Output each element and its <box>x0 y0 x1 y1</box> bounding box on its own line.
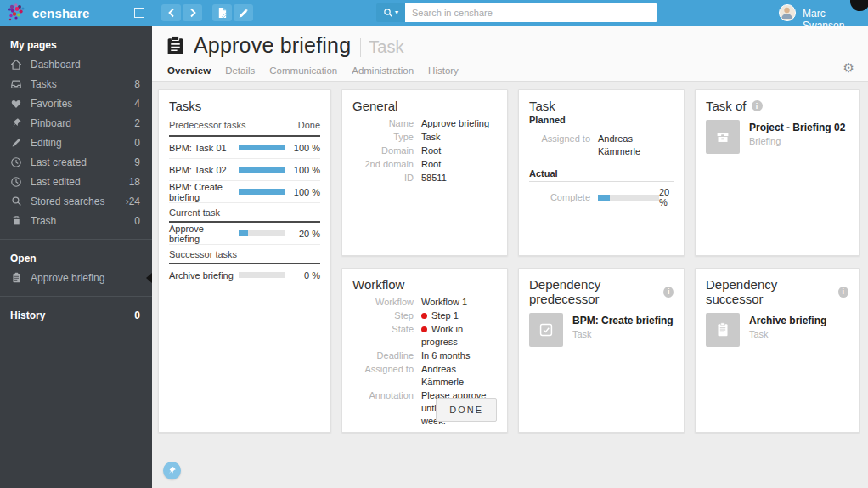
user-name[interactable]: Marc Swanson <box>803 8 868 31</box>
sidebar-item-trash[interactable]: Trash 0 <box>0 211 152 230</box>
user-avatar[interactable] <box>779 4 796 21</box>
sidebar-item-last-edited[interactable]: Last edited 18 <box>0 172 152 191</box>
gear-icon[interactable]: ⚙ <box>843 61 854 74</box>
assigned-row: Assigned to Andreas Kämmerle <box>519 133 684 158</box>
card-title: Task of <box>706 99 747 113</box>
field-label: Type <box>352 131 421 144</box>
search-input[interactable] <box>405 3 657 22</box>
clipboard-icon <box>713 321 732 339</box>
asset-title: Archive briefing <box>749 315 826 326</box>
back-button[interactable] <box>161 4 181 21</box>
sidebar-item-count: 2 <box>134 117 140 129</box>
field-row: ID58511 <box>342 172 507 184</box>
task-row[interactable]: Archive briefing 0 % <box>169 264 320 286</box>
field-label: Annotation <box>352 389 421 428</box>
tab-history[interactable]: History <box>428 65 459 76</box>
app-window: censhare ▾ Marc Swans <box>0 0 868 488</box>
asset-title: Project - Briefing 02 <box>749 122 845 133</box>
task-row-label: Archive briefing <box>169 270 239 281</box>
sidebar-item-stored-searches[interactable]: Stored searches › 24 <box>0 191 152 211</box>
edit-tool-button[interactable] <box>234 4 253 21</box>
tab-overview[interactable]: Overview <box>167 65 211 76</box>
field-label: 2nd domain <box>352 158 421 171</box>
sidebar-item-count: 4 <box>134 98 140 110</box>
status-dot-red <box>421 313 427 319</box>
progress-bar <box>598 195 659 201</box>
sidebar-item-count: 0 <box>134 137 140 149</box>
tasks-section-successor: Successor tasks <box>169 245 320 264</box>
sidebar-item-last-created[interactable]: Last created 9 <box>0 152 152 172</box>
done-button[interactable]: DONE <box>436 398 497 422</box>
field-label: Deadline <box>352 349 421 362</box>
sidebar-item-label: Dashboard <box>31 59 140 71</box>
pencil-icon <box>10 137 22 149</box>
tasks-card: Tasks Predecessor tasks Done BPM: Task 0… <box>158 89 331 433</box>
workspace-icon[interactable] <box>134 8 144 18</box>
task-row[interactable]: BPM: Task 02 100 % <box>169 159 320 181</box>
sidebar-divider <box>0 239 152 240</box>
field-label: State <box>352 323 421 349</box>
active-page-marker <box>146 273 152 283</box>
brand-name: censhare <box>32 6 89 20</box>
field-value: Approve briefing <box>421 117 497 130</box>
task-row-current[interactable]: Approve briefing 20 % <box>169 223 320 245</box>
sidebar-item-label: Favorites <box>31 98 134 110</box>
field-label: Complete <box>529 192 598 202</box>
task-row-label: Approve briefing <box>169 224 239 244</box>
task-row-label: BPM: Create briefing <box>169 182 239 202</box>
asset-thumbnail <box>706 313 740 347</box>
sidebar-section-history[interactable]: History 0 <box>0 305 152 325</box>
asset-thumbnail <box>529 313 563 347</box>
topbar: censhare ▾ Marc Swans <box>0 0 868 26</box>
tab-administration[interactable]: Administration <box>352 65 414 76</box>
home-icon <box>10 59 22 71</box>
pin-icon <box>167 466 177 475</box>
tab-details[interactable]: Details <box>225 65 255 76</box>
search-scope-button[interactable]: ▾ <box>376 3 405 22</box>
task-row[interactable]: BPM: Task 01 100 % <box>169 137 320 159</box>
sidebar-item-label: Last created <box>31 156 134 168</box>
page-subtitle: Task <box>369 37 403 57</box>
general-card: General NameApprove briefing TypeTask Do… <box>341 89 508 256</box>
clock-icon <box>10 156 22 168</box>
info-icon[interactable]: i <box>663 287 674 298</box>
pin-icon <box>10 117 22 129</box>
search-icon <box>10 196 22 207</box>
sidebar-item-editing[interactable]: Editing 0 <box>0 133 152 152</box>
forward-button[interactable] <box>183 4 202 21</box>
title-divider <box>360 38 361 57</box>
page-header: Approve briefing Task Overview Details C… <box>152 26 868 82</box>
info-icon[interactable]: i <box>838 287 848 298</box>
sidebar-item-tasks[interactable]: Tasks 8 <box>0 74 152 94</box>
page-title: Approve briefing <box>194 33 351 58</box>
asset-title: BPM: Create briefing <box>572 315 674 326</box>
asset-item-predecessor[interactable]: BPM: Create briefing Task <box>519 310 684 349</box>
planned-section-label: Planned <box>529 115 674 128</box>
field-value: Step 1 <box>421 309 497 322</box>
complete-percent: 20 % <box>659 187 674 207</box>
complete-row: Complete 20 % <box>519 186 684 216</box>
sidebar-divider <box>0 296 152 297</box>
asset-item-project[interactable]: Project - Briefing 02 Briefing <box>696 117 859 156</box>
field-row: StepStep 1 <box>342 309 507 322</box>
asset-item-successor[interactable]: Archive briefing Task <box>696 310 859 349</box>
field-row: DeadlineIn 6 months <box>342 349 507 362</box>
tab-communication[interactable]: Communication <box>269 65 337 76</box>
field-label: Name <box>352 117 421 130</box>
sidebar-item-pinboard[interactable]: Pinboard 2 <box>0 113 152 133</box>
field-row: Assigned toAndreas Kämmerle <box>342 363 507 389</box>
info-icon[interactable]: i <box>752 100 763 111</box>
field-label: Domain <box>352 145 421 157</box>
censhare-logo[interactable]: censhare <box>7 2 89 24</box>
task-row[interactable]: BPM: Create briefing 100 % <box>169 181 320 203</box>
field-value: Andreas Kämmerle <box>598 133 674 158</box>
new-asset-button[interactable] <box>212 4 232 21</box>
sidebar-item-count: 24 <box>129 196 140 207</box>
progress-bar <box>239 230 285 236</box>
sidebar-item-open-approve-briefing[interactable]: Approve briefing <box>0 268 152 287</box>
pin-fab-button[interactable] <box>163 462 181 479</box>
sidebar-item-count: 0 <box>134 215 140 227</box>
card-title: General <box>352 99 397 113</box>
sidebar-item-favorites[interactable]: Favorites 4 <box>0 94 152 113</box>
sidebar-item-dashboard[interactable]: Dashboard <box>0 54 152 74</box>
